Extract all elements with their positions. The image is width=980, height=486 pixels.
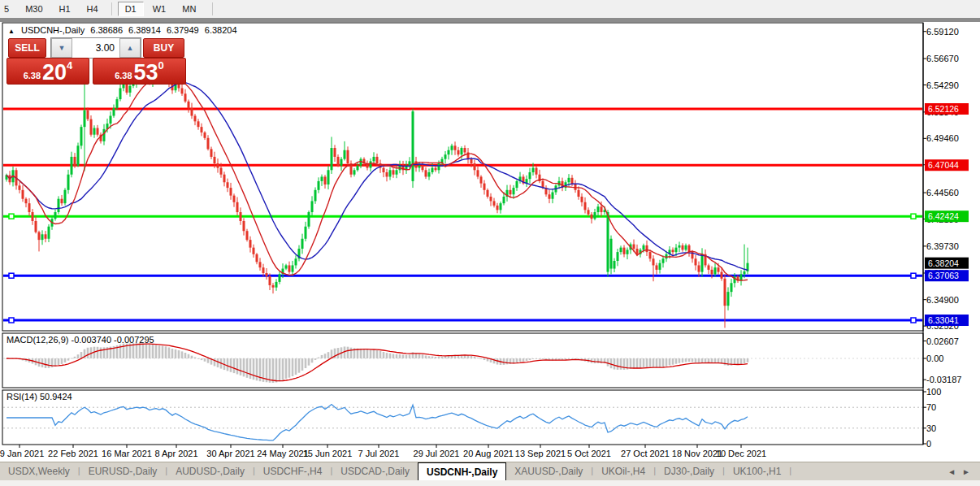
- candle-body: [431, 168, 434, 172]
- chart-tab-dj30-daily[interactable]: DJ30-,Daily: [656, 462, 722, 481]
- candle-body: [461, 148, 463, 154]
- sell-price-button[interactable]: 6.38 20 4: [7, 58, 89, 85]
- macd-histogram-bar: [45, 358, 47, 368]
- chart-tab-uk100-h1[interactable]: UK100-,H1: [725, 462, 789, 481]
- macd-histogram-bar: [324, 354, 327, 358]
- macd-histogram-bar: [139, 343, 141, 358]
- candle-body: [633, 245, 635, 249]
- macd-histogram-bar: [236, 358, 239, 374]
- timeframe-button-5[interactable]: 5: [0, 2, 16, 16]
- candle-body: [448, 150, 450, 154]
- candle-body: [532, 168, 535, 172]
- rsi-axis-label: 30: [926, 423, 936, 433]
- macd-histogram-bar: [656, 358, 658, 367]
- candle-body: [58, 199, 60, 212]
- timeframe-button-h4[interactable]: H4: [80, 2, 106, 16]
- symbol-marker-icon: ▲: [8, 28, 15, 35]
- candle-body: [243, 221, 245, 231]
- chart-tab-audusd-daily[interactable]: AUDUSD-,Daily: [167, 462, 253, 481]
- macd-histogram-bar: [67, 358, 70, 361]
- macd-histogram-bar: [227, 358, 229, 371]
- candle-body: [412, 111, 414, 181]
- line-handle[interactable]: [911, 273, 916, 278]
- macd-histogram-bar: [165, 346, 167, 358]
- date-label: 8 Apr 2021: [154, 449, 197, 458]
- sell-button[interactable]: SELL: [8, 38, 46, 58]
- candle-body: [253, 248, 255, 254]
- tabs-scroll-left-icon[interactable]: ◄: [947, 467, 956, 476]
- price-tick-label: 6.44560: [926, 188, 959, 197]
- candle-body: [67, 175, 70, 190]
- chart-tab-eurusd-daily[interactable]: EURUSD-,Daily: [80, 462, 166, 481]
- timeframe-toolbar: 5M30H1H4D1W1MN: [0, 0, 980, 18]
- volume-increase-button[interactable]: ▲: [119, 38, 141, 58]
- candle-body: [35, 221, 37, 232]
- chart-tab-usdx-weekly[interactable]: USDX,Weekly: [0, 462, 78, 481]
- timeframe-button-w1[interactable]: W1: [145, 2, 174, 16]
- macd-histogram-bar: [308, 358, 310, 366]
- candle-body: [308, 212, 310, 227]
- candle-body: [61, 199, 63, 203]
- volume-decrease-button[interactable]: ▼: [51, 38, 72, 58]
- candle-body: [285, 265, 288, 268]
- macd-histogram-bar: [178, 350, 180, 358]
- chart-tab-usdcad-daily[interactable]: USDCAD-,Daily: [332, 462, 418, 481]
- candle-body: [451, 145, 453, 150]
- candle-body: [708, 265, 710, 269]
- candle-body: [214, 157, 216, 163]
- line-handle[interactable]: [9, 273, 14, 278]
- candle-body: [25, 199, 28, 203]
- timeframe-button-h1[interactable]: H1: [52, 2, 78, 16]
- macd-histogram-bar: [298, 358, 301, 373]
- line-handle[interactable]: [9, 214, 14, 219]
- line-handle[interactable]: [9, 318, 14, 323]
- timeframe-button-d1[interactable]: D1: [118, 2, 144, 16]
- chart-tab-usdcnh-daily[interactable]: USDCNH-,Daily: [418, 462, 506, 481]
- macd-histogram-bar: [526, 358, 528, 361]
- macd-histogram-bar: [523, 358, 525, 362]
- timeframe-button-m30[interactable]: M30: [18, 2, 50, 16]
- macd-histogram-bar: [614, 358, 616, 370]
- macd-histogram-bar: [737, 358, 739, 365]
- timeframe-button-mn[interactable]: MN: [175, 2, 203, 16]
- buy-button[interactable]: BUY: [143, 38, 184, 58]
- tabs-scroll-right-icon[interactable]: ►: [962, 467, 970, 476]
- candle-body: [246, 231, 249, 240]
- candle-body: [201, 127, 203, 132]
- candle-body: [220, 168, 223, 175]
- candle-body: [223, 175, 226, 183]
- line-handle[interactable]: [911, 318, 916, 323]
- candle-body: [77, 145, 80, 166]
- macd-histogram-bar: [679, 358, 681, 363]
- macd-histogram-bar: [207, 358, 210, 363]
- macd-histogram-bar: [409, 354, 411, 358]
- macd-histogram-bar: [744, 358, 746, 363]
- toolbar-separator: [212, 2, 213, 15]
- macd-histogram-bar: [318, 358, 320, 358]
- chart-tab-xauusd-daily[interactable]: XAUUSD-,Daily: [506, 462, 591, 481]
- candle-body: [295, 258, 297, 265]
- line-handle[interactable]: [911, 214, 916, 219]
- macd-histogram-bar: [705, 358, 707, 362]
- macd-histogram-bar: [379, 351, 382, 358]
- macd-histogram-bar: [240, 358, 242, 375]
- date-label: 20 Aug 2021: [463, 449, 514, 458]
- candle-body: [503, 197, 505, 203]
- buy-price-button[interactable]: 6.38 53 0: [93, 58, 186, 85]
- macd-histogram-bar: [136, 343, 138, 358]
- macd-histogram-bar: [653, 358, 655, 367]
- volume-input[interactable]: 3.00: [72, 38, 119, 58]
- macd-histogram-bar: [740, 358, 743, 364]
- macd-histogram-bar: [630, 358, 632, 369]
- candle-body: [103, 129, 106, 141]
- macd-histogram-bar: [149, 345, 151, 358]
- macd-histogram-bar: [470, 356, 473, 358]
- macd-histogram-bar: [477, 358, 479, 358]
- macd-histogram-bar: [747, 358, 749, 362]
- candle-body: [305, 227, 307, 239]
- chart-tab-ukoil-h4[interactable]: UKOil-,H4: [593, 462, 653, 481]
- date-label: 10 Dec 2021: [716, 449, 766, 458]
- macd-histogram-bar: [288, 358, 291, 378]
- chart-tab-usdchf-h4[interactable]: USDCHF-,H4: [255, 462, 331, 481]
- macd-histogram-bar: [97, 347, 99, 358]
